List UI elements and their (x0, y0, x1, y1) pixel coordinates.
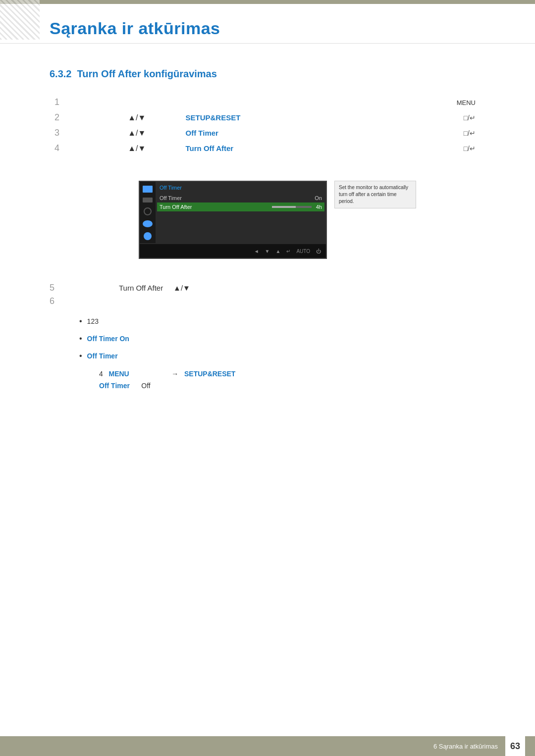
step-6-row: 6 (50, 296, 495, 306)
bottom-power-icon: ⏻ (316, 249, 321, 254)
step-2-confirm: □/↵ (399, 110, 495, 125)
step-2-num: 2 (50, 110, 93, 125)
top-bar (0, 0, 535, 4)
note-2: • Off Timer On (79, 334, 495, 344)
sidebar-icon-menu (143, 198, 153, 202)
step-3-nav: ▲/▼ (93, 125, 180, 141)
note-indent-line2: Off Timer Off (99, 380, 495, 392)
bottom-auto-label: AUTO (296, 249, 310, 254)
sidebar-icon-adjust (144, 207, 152, 215)
sidebar-icon-info (144, 232, 152, 240)
monitor-slider-fill (272, 206, 296, 208)
step-4-row: 4 ▲/▼ Turn Off After □/↵ (50, 141, 495, 156)
note-3-bullet: • (79, 352, 82, 360)
setup-reset-highlight: SETUP&RESET (184, 370, 235, 378)
step-4-nav: ▲/▼ (93, 141, 180, 156)
step-5-text: Turn Off After ▲/▼ (119, 284, 190, 292)
note-1-bullet: • (79, 317, 82, 326)
step-2-row: 2 ▲/▼ SETUP&RESET □/↵ (50, 110, 495, 125)
bottom-nav-left: ◄ (254, 249, 259, 254)
monitor-menu-title: Off Timer (160, 185, 322, 191)
section-title: 6.3.2 Turn Off After konfigūravimas (50, 68, 495, 80)
page-title: Sąranka ir atkūrimas (50, 19, 495, 38)
bottom-nav-down: ▼ (265, 249, 270, 254)
steps-table: 1 MENU 2 ▲/▼ SETUP&RESET □/↵ 3 ▲/▼ Off T… (50, 95, 495, 156)
monitor-row-1: Off Timer On (160, 194, 322, 202)
step-5-num: 5 (50, 283, 69, 293)
step-5-row: 5 Turn Off After ▲/▼ (50, 283, 495, 293)
footer-page: 63 (505, 736, 525, 756)
note-3-text: Off Timer (87, 351, 118, 361)
monitor-bottom-bar: ◄ ▼ ▲ ↵ AUTO ⏻ (140, 244, 326, 258)
sidebar-icon-display (143, 186, 153, 193)
monitor-sidebar (140, 182, 156, 243)
note-indented: 4 MENU → SETUP&RESET Off Timer Off (99, 368, 495, 392)
content: 6.3.2 Turn Off After konfigūravimas 1 ME… (0, 44, 535, 432)
page-header: Sąranka ir atkūrimas (0, 4, 535, 44)
step-3-confirm: □/↵ (399, 125, 495, 141)
step-2-action: SETUP&RESET (181, 110, 399, 125)
note-1-text: 123 (87, 316, 99, 327)
step-3-num: 3 (50, 125, 93, 141)
step-1-menu-label: MENU (457, 99, 476, 106)
footer: 6 Sąranka ir atkūrimas 63 (0, 736, 535, 756)
corner-pattern (0, 0, 40, 40)
note-2-highlight1: Off Timer (87, 335, 118, 343)
step-3-row: 3 ▲/▼ Off Timer □/↵ (50, 125, 495, 141)
monitor-row1-value: On (315, 195, 322, 201)
step-1-num: 1 (50, 95, 93, 110)
note-2-highlight2: On (119, 335, 129, 343)
monitor-slider (272, 206, 312, 208)
monitor-row-2-highlighted: Turn Off After 4h (157, 202, 324, 211)
monitor-row2-value: 4h (316, 204, 322, 210)
note-3-highlight: Off Timer (87, 352, 118, 360)
note-2-text: Off Timer On (87, 334, 129, 344)
note-3: • Off Timer (79, 351, 495, 361)
note-2-bullet: • (79, 334, 82, 343)
footer-chapter: 6 Sąranka ir atkūrimas (433, 743, 498, 750)
monitor-hint: Set the monitor to automatically turn of… (334, 181, 416, 208)
monitor-main: Off Timer Off Timer On Turn Off After 4h (156, 182, 326, 244)
step-4-num: 4 (50, 141, 93, 156)
step-3-action: Off Timer (181, 125, 399, 141)
bottom-nav-up: ▲ (275, 249, 280, 254)
note-1: • 123 (79, 316, 495, 327)
step-4-action: Turn Off After (181, 141, 399, 156)
step-4-confirm: □/↵ (399, 141, 495, 156)
monitor-container: Off Timer Off Timer On Turn Off After 4h (139, 181, 327, 259)
bottom-nav-enter: ↵ (286, 249, 290, 254)
step-2-nav: ▲/▼ (93, 110, 180, 125)
monitor-screen: Off Timer Off Timer On Turn Off After 4h (139, 181, 327, 259)
menu-highlight: MENU (108, 370, 129, 378)
step-1-row: 1 MENU (50, 95, 495, 110)
monitor-row1-label: Off Timer (160, 195, 182, 201)
step-6-num: 6 (50, 296, 69, 306)
note-indent-line1: 4 MENU → SETUP&RESET (99, 368, 495, 380)
notes-section: • 123 • Off Timer On • Off Timer (79, 316, 495, 392)
off-timer-highlight2: Off Timer (99, 382, 130, 390)
sidebar-icon-settings (143, 220, 153, 227)
monitor-row2-label: Turn Off After (160, 204, 192, 210)
